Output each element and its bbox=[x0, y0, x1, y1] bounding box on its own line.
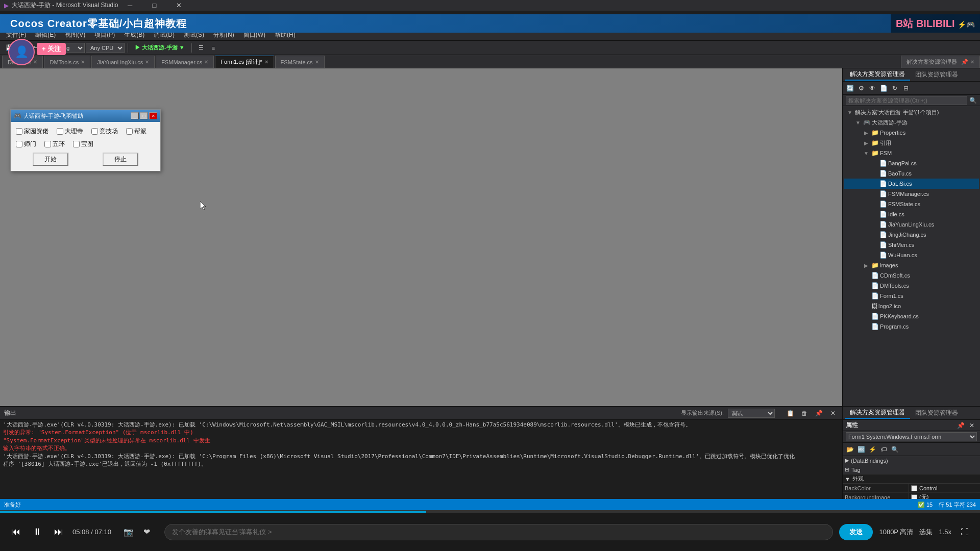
tab-fsmstate-close[interactable]: ✕ bbox=[315, 59, 319, 65]
tree-images[interactable]: ▶ 📁 images bbox=[844, 260, 979, 270]
prop-object-select[interactable]: Form1 System.Windows.Forms.Form bbox=[846, 432, 977, 441]
select-button[interactable]: 选集 bbox=[919, 528, 933, 537]
menu-project[interactable]: 项目(P) bbox=[90, 30, 119, 40]
next-btn[interactable]: ⏭ bbox=[51, 524, 66, 540]
close-button[interactable]: ✕ bbox=[167, 0, 191, 11]
se-new-file-btn[interactable]: 📄 bbox=[878, 83, 889, 93]
toolbar-misc2[interactable]: ≡ bbox=[208, 42, 218, 54]
tree-program[interactable]: 📄 Program.cs bbox=[844, 321, 979, 332]
menu-debug[interactable]: 调试(D) bbox=[150, 30, 179, 40]
screenshot-btn[interactable]: 📷 bbox=[121, 525, 136, 539]
se-refresh-btn[interactable]: ↻ bbox=[890, 83, 900, 93]
prev-btn[interactable]: ⏮ bbox=[8, 524, 23, 540]
play-pause-btn[interactable]: ⏸ bbox=[30, 524, 45, 540]
tree-fsm[interactable]: ▼ 📁 FSM bbox=[844, 148, 979, 158]
cb-shimen[interactable]: 师门 bbox=[16, 140, 36, 148]
chat-input[interactable] bbox=[164, 524, 834, 540]
tab-fsmmanager-close[interactable]: ✕ bbox=[204, 59, 208, 65]
form-minimize-btn[interactable]: _ bbox=[131, 112, 139, 119]
menu-edit[interactable]: 编辑(E) bbox=[31, 30, 60, 40]
prop-events-btn[interactable]: ⚡ bbox=[867, 444, 877, 455]
tab-team-explorer[interactable]: 团队资源管理器 bbox=[910, 69, 963, 80]
progress-bar-track[interactable] bbox=[0, 511, 980, 513]
follow-button[interactable]: + 关注 bbox=[37, 43, 66, 55]
stop-button[interactable]: 停止 bbox=[103, 153, 138, 166]
tree-shimen[interactable]: 📄 ShiMen.cs bbox=[844, 240, 979, 250]
tree-bangpai[interactable]: 📄 BangPai.cs bbox=[844, 158, 979, 168]
tree-solution[interactable]: ▼ 解决方案'大话西游-手游'(1个项目) bbox=[844, 107, 979, 117]
prop-cat-databindings[interactable]: ▶ (DataBindings) bbox=[843, 456, 980, 465]
se-view-btn[interactable]: 👁 bbox=[867, 83, 877, 93]
tree-fsmstate[interactable]: 📄 FSMState.cs bbox=[844, 199, 979, 209]
prop-proppage-btn[interactable]: 🏷 bbox=[878, 444, 889, 455]
se-properties-btn[interactable]: ⚙ bbox=[856, 83, 866, 93]
tab-solution-exp2[interactable]: 解决方案资源管理器 bbox=[845, 407, 910, 419]
se-collapse-btn[interactable]: ⊟ bbox=[901, 83, 911, 93]
menu-build[interactable]: 生成(B) bbox=[120, 30, 149, 40]
tab-solution-explorer[interactable]: 解决方案资源管理器 bbox=[845, 69, 910, 81]
se-sync-btn[interactable]: 🔄 bbox=[845, 83, 855, 93]
output-source-select[interactable]: 调试 显示输出来源 bbox=[728, 409, 775, 418]
tree-dmtools[interactable]: 📄 DMTools.cs bbox=[844, 281, 979, 291]
restore-button[interactable]: □ bbox=[143, 0, 166, 11]
tab-fsmmanager[interactable]: FSMManager.cs ✕ bbox=[156, 56, 214, 68]
tree-properties[interactable]: ▶ 📁 Properties bbox=[844, 128, 979, 138]
prop-cat-tag[interactable]: ⊞ Tag bbox=[843, 465, 980, 474]
tree-idle[interactable]: 📄 Idle.cs bbox=[844, 209, 979, 219]
solution-search-input[interactable] bbox=[846, 96, 967, 105]
menu-test[interactable]: 测试(S) bbox=[180, 30, 208, 40]
tree-baotu[interactable]: 📄 BaoTu.cs bbox=[844, 168, 979, 179]
toolbar-misc1[interactable]: ☰ bbox=[195, 42, 207, 54]
prop-categ-btn[interactable]: 📂 bbox=[845, 444, 855, 455]
speed-button[interactable]: 1.5x bbox=[939, 528, 951, 536]
tab-form1-design[interactable]: Form1.cs [设计]* ✕ bbox=[215, 56, 274, 68]
tree-cdmsoft[interactable]: 📄 CDmSoft.cs bbox=[844, 270, 979, 281]
prop-row-bgimage[interactable]: BackgroundImage (无) bbox=[843, 493, 980, 499]
prop-alpha-btn[interactable]: 🔤 bbox=[856, 444, 866, 455]
menu-window[interactable]: 窗口(W) bbox=[239, 30, 270, 40]
tab-fsmstate[interactable]: FSMState.cs ✕ bbox=[275, 56, 325, 68]
solution-explorer-tab-btn[interactable]: 解决方案资源管理器 📌 ✕ bbox=[901, 56, 980, 68]
cb-jingji[interactable]: 竞技场 bbox=[91, 127, 118, 136]
tab-form1-close[interactable]: ✕ bbox=[264, 59, 268, 65]
tree-logo[interactable]: 🖼 logo2.ico bbox=[844, 301, 979, 311]
send-button[interactable]: 发送 bbox=[839, 524, 873, 540]
prop-search-btn[interactable]: 🔍 bbox=[890, 444, 900, 455]
cb-wuhuan[interactable]: 五环 bbox=[44, 140, 65, 148]
tree-jingji[interactable]: 📄 JingJiChang.cs bbox=[844, 230, 979, 240]
solution-tree[interactable]: ▼ 解决方案'大话西游-手游'(1个项目) ▼ 🎮 大话西游-手游 ▶ 📁 Pr… bbox=[843, 106, 980, 406]
output-copy-btn[interactable]: 📋 bbox=[785, 409, 795, 418]
form-close-btn[interactable]: ✕ bbox=[149, 112, 157, 119]
tab-jiayuan[interactable]: JiaYuanLingXiu.cs ✕ bbox=[91, 56, 155, 68]
tree-fsmmanager[interactable]: 📄 FSMManager.cs bbox=[844, 189, 979, 199]
tree-project[interactable]: ▼ 🎮 大话西游-手游 bbox=[844, 117, 979, 128]
fullscreen-btn[interactable]: ⛶ bbox=[958, 525, 972, 539]
tab-team-exp2[interactable]: 团队资源管理器 bbox=[910, 408, 963, 418]
prop-pin-btn[interactable]: 📌 bbox=[955, 420, 966, 431]
tab-jiayuan-close[interactable]: ✕ bbox=[145, 59, 149, 65]
tab-dalisi-close[interactable]: ✕ bbox=[33, 59, 37, 65]
cb-dalisi[interactable]: 大理寺 bbox=[57, 127, 83, 136]
prop-row-backcolor[interactable]: BackColor Control bbox=[843, 484, 980, 493]
menu-view[interactable]: 视图(V) bbox=[61, 30, 89, 40]
menu-help[interactable]: 帮助(H) bbox=[271, 30, 300, 40]
output-close-btn[interactable]: ✕ bbox=[828, 409, 838, 418]
menu-file[interactable]: 文件(F) bbox=[2, 30, 30, 40]
tree-pkkeyboard[interactable]: 📄 PKKeyboard.cs bbox=[844, 311, 979, 321]
output-pin-btn[interactable]: 📌 bbox=[814, 409, 824, 418]
output-clear-btn[interactable]: 🗑 bbox=[799, 409, 810, 418]
form-resize-handle[interactable] bbox=[156, 167, 160, 171]
menu-analyze[interactable]: 分析(N) bbox=[209, 30, 238, 40]
prop-cat-appearance[interactable]: ▼ 外观 bbox=[843, 474, 980, 484]
tree-references[interactable]: ▶ 📁 引用 bbox=[844, 138, 979, 148]
form-restore-btn[interactable]: □ bbox=[140, 112, 148, 119]
tab-dmtools[interactable]: DMTools.cs ✕ bbox=[44, 56, 90, 68]
tree-jiayuan[interactable]: 📄 JiaYuanLingXiu.cs bbox=[844, 219, 979, 230]
solution-explorer-close[interactable]: ✕ bbox=[970, 59, 974, 65]
cb-jiayuan[interactable]: 家园资佬 bbox=[16, 127, 48, 136]
minimize-button[interactable]: ─ bbox=[118, 0, 142, 11]
prop-close-btn[interactable]: ✕ bbox=[967, 420, 977, 431]
tree-dalisi[interactable]: 📄 DaLiSi.cs bbox=[844, 179, 979, 189]
like-btn[interactable]: ❤ bbox=[140, 525, 154, 539]
cb-baotu[interactable]: 宝图 bbox=[73, 140, 93, 148]
